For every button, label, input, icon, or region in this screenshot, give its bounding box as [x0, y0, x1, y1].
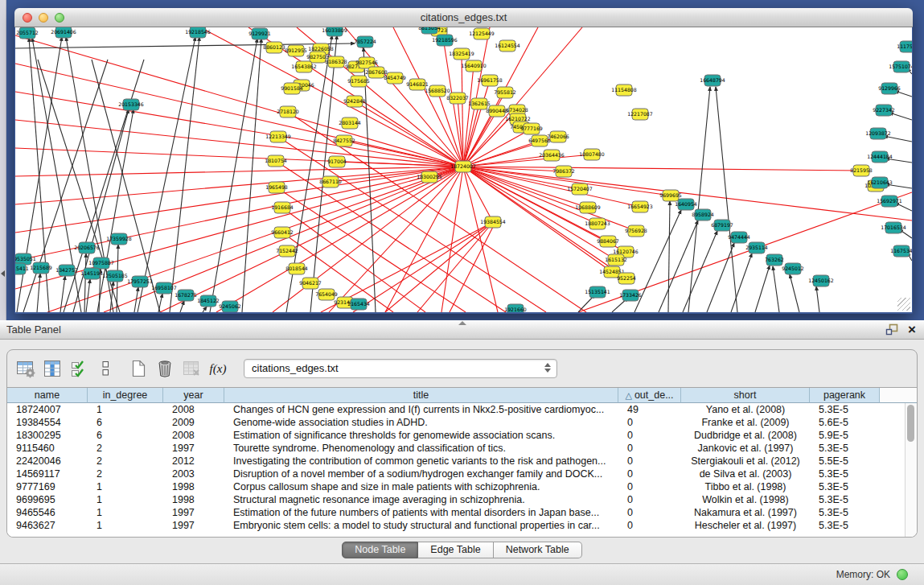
graph-node[interactable]: 18325419	[449, 48, 474, 60]
table-cell[interactable]: Wolkin et al. (1998)	[681, 493, 810, 506]
table-cell[interactable]: 9115460	[7, 442, 88, 455]
graph-node[interactable]: 917004	[327, 156, 347, 167]
table-row[interactable]: 1872400712008Changes of HCN gene express…	[7, 403, 905, 416]
graph-node[interactable]: 2165434	[347, 299, 370, 310]
graph-node[interactable]: 8958924	[692, 209, 714, 220]
network-window-titlebar[interactable]: citations_edges.txt	[14, 8, 913, 27]
graph-edge[interactable]	[15, 92, 463, 167]
table-cell[interactable]: Dudbridge et al. (2008)	[681, 429, 810, 442]
table-cell[interactable]: 9777169	[7, 480, 88, 493]
float-panel-button[interactable]	[885, 323, 898, 336]
table-row[interactable]: 946554611997Estimation of the future num…	[7, 506, 905, 519]
graph-node[interactable]: 8813054	[418, 27, 441, 34]
graph-node[interactable]: 17957253	[127, 276, 153, 287]
graph-node[interactable]: 8186328	[325, 56, 347, 68]
table-cell[interactable]: Tourette syndrome. Phenomenology and cla…	[224, 442, 618, 455]
graph-node[interactable]: 8454749	[384, 72, 406, 84]
table-cell[interactable]: 2	[88, 455, 163, 468]
graph-node[interactable]: 12213349	[265, 131, 291, 142]
graph-node[interactable]: 15692971	[877, 196, 902, 207]
graph-node[interactable]: 9777169	[520, 123, 543, 134]
table-cell[interactable]: Franke et al. (2009)	[681, 416, 810, 429]
scrollbar-thumb[interactable]	[907, 405, 914, 442]
graph-node[interactable]: 15751074	[889, 61, 912, 72]
table-cell[interactable]: 2003	[163, 468, 224, 480]
table-cell[interactable]: 2012	[163, 455, 224, 468]
graph-node[interactable]: 10688609	[575, 202, 601, 213]
graph-node[interactable]: 1921660	[504, 304, 527, 312]
graph-node[interactable]: 1342757	[55, 265, 78, 276]
table-cell[interactable]: 5.3E-5	[810, 468, 880, 480]
table-cell[interactable]: Investigating the contribution of common…	[224, 455, 618, 468]
graph-node[interactable]: 9660412	[271, 227, 294, 238]
table-row[interactable]: 969969511998Structural magnetic resonanc…	[7, 493, 905, 506]
graph-node[interactable]: 1615132	[605, 254, 627, 266]
table-row[interactable]: 946362711997Embryonic stem cells: a mode…	[7, 519, 905, 532]
table-row[interactable]: 1456911722003Disruption of a novel membe…	[7, 468, 905, 480]
table-cell[interactable]: 1998	[163, 493, 224, 506]
show-columns-button[interactable]	[40, 357, 64, 380]
table-row[interactable]: 977716911998Corpus callosum shape and si…	[7, 480, 905, 493]
table-cell[interactable]: 5.3E-5	[810, 519, 880, 532]
table-cell[interactable]: 0	[618, 468, 681, 480]
table-cell[interactable]: 1997	[163, 442, 224, 455]
table-cell[interactable]: 0	[618, 493, 681, 506]
graph-edge[interactable]	[463, 27, 582, 167]
graph-node[interactable]: 12450162	[808, 275, 834, 286]
delete-button[interactable]	[153, 357, 177, 380]
resize-grip[interactable]	[897, 298, 910, 311]
table-cell[interactable]: 18300295	[7, 429, 88, 442]
graph-node[interactable]: 1733426	[619, 290, 642, 301]
collapse-arrow-icon[interactable]	[1, 270, 5, 277]
table-cell[interactable]: 5.3E-5	[810, 480, 880, 493]
graph-node[interactable]: 20153346	[118, 99, 144, 110]
graph-node[interactable]: 7462066	[547, 131, 569, 142]
graph-edge[interactable]	[84, 253, 86, 312]
graph-node[interactable]: 8427552	[333, 135, 355, 146]
graph-node[interactable]: 18807243	[585, 218, 610, 229]
graph-node[interactable]: 9227342	[873, 105, 895, 116]
table-cell[interactable]: 18724007	[7, 403, 88, 416]
table-cell[interactable]: 1997	[163, 519, 224, 532]
table-cell[interactable]: 1997	[163, 506, 224, 519]
graph-node[interactable]: 19218546	[185, 27, 211, 38]
table-cell[interactable]: 2008	[163, 429, 224, 442]
citation-graph[interactable]: 1872400719384554183002958860123891295518…	[15, 27, 912, 312]
column-header-pagerank[interactable]: pagerank	[810, 388, 880, 403]
graph-node[interactable]: 15720407	[567, 183, 593, 195]
graph-edge[interactable]	[242, 39, 261, 312]
table-cell[interactable]: 0	[618, 480, 681, 493]
table-cell[interactable]: 22420046	[7, 455, 88, 468]
graph-edge[interactable]	[463, 167, 861, 171]
graph-edge[interactable]	[659, 220, 698, 312]
close-panel-icon[interactable]: ×	[908, 323, 916, 336]
graph-edge[interactable]	[463, 167, 498, 312]
graph-node[interactable]: 9046217	[299, 278, 322, 289]
table-cell[interactable]: 5.3E-5	[810, 493, 880, 506]
table-cell[interactable]: 1	[88, 480, 163, 493]
table-cell[interactable]: 0	[618, 442, 681, 455]
graph-node[interactable]: 8667110	[319, 176, 342, 187]
graph-node[interactable]: 9756928	[625, 225, 647, 237]
graph-node[interactable]: 12505185	[102, 270, 128, 282]
table-cell[interactable]: 5.3E-5	[810, 442, 880, 455]
graph-node[interactable]: 17359928	[106, 233, 132, 245]
table-cell[interactable]: 5.6E-5	[810, 416, 880, 429]
graph-edge[interactable]	[210, 39, 257, 312]
graph-node[interactable]: 16124554	[495, 40, 520, 51]
column-header-short[interactable]: short	[681, 388, 810, 403]
table-cell[interactable]: 9465546	[7, 506, 88, 519]
graph-node[interactable]: 1640954	[675, 199, 697, 210]
table-cell[interactable]: 0	[618, 519, 681, 532]
tab-node-table[interactable]: Node Table	[342, 542, 418, 558]
graph-node[interactable]: 9474444	[728, 232, 750, 243]
graph-node[interactable]: 1145194	[80, 268, 103, 279]
graph-node[interactable]: 9175685	[347, 76, 370, 87]
table-cell[interactable]: de Silva et al. (2003)	[681, 468, 810, 480]
graph-node[interactable]: 9901584	[281, 83, 303, 94]
graph-node[interactable]: 1215689	[30, 262, 52, 274]
delete-table-button[interactable]	[179, 357, 203, 380]
table-cell[interactable]: 14569117	[7, 468, 88, 480]
graph-node[interactable]: 16648794	[700, 75, 725, 86]
graph-node[interactable]: 1916684	[271, 202, 294, 213]
